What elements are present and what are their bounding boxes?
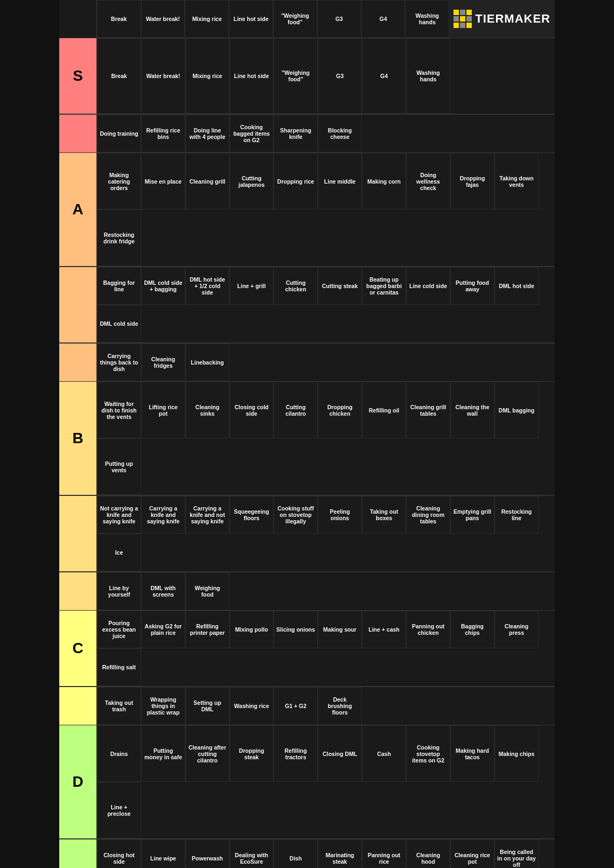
item: Being called in on your day off (494, 839, 539, 868)
tier-d-items2: Closing hot side Line wipe Powerwash Dea… (97, 839, 555, 868)
item: Cleaning press (494, 611, 539, 648)
tier-b: B Waiting for dish to finish the vents L… (59, 382, 555, 611)
tier-c-row2: Taking out trash Wrapping things in plas… (59, 687, 555, 725)
logo-grid-icon (453, 10, 472, 28)
tier-d-items1: Drains Putting money in safe Cleaning af… (97, 725, 555, 838)
item: Closing cold side (229, 382, 274, 438)
item: DML hot side (494, 267, 539, 305)
item: Carrying a knife and not saying knife (185, 496, 229, 534)
tier-b-label: B (59, 382, 97, 495)
item: Refilling rice bins (141, 115, 185, 152)
item: Carrying things back to dish (97, 344, 141, 381)
item: Cleaning sinks (185, 382, 229, 438)
tier-a: A Making catering orders Mise en place C… (59, 153, 555, 382)
header-water: Water break! (141, 0, 185, 38)
item: Marinating steak (318, 839, 362, 868)
tier-b-items2: Not carrying a knife and saying knife Ca… (97, 496, 555, 571)
item: Cutting steak (318, 267, 362, 305)
item: Cleaning after cutting cilantro (185, 725, 229, 782)
tier-b-row2: Not carrying a knife and saying knife Ca… (59, 495, 555, 572)
item: DML cold side (97, 305, 141, 342)
item: G4 (362, 38, 406, 114)
tier-a-items1: Making catering orders Mise en place Cle… (97, 153, 555, 266)
tier-s-label: S (59, 38, 97, 114)
item: G1 + G2 (274, 687, 318, 725)
tier-a-row3: Carrying things back to dish Cleaning fr… (59, 343, 555, 382)
item: Making chips (494, 725, 539, 782)
item: Carrying a knife and saying knife (141, 496, 185, 534)
header-g3: G3 (317, 0, 361, 38)
header-row: Break Water break! Mixing rice Line hot … (59, 0, 555, 38)
item: Ice (97, 534, 141, 571)
item: Weighing food (185, 572, 229, 610)
item: Dropping steak (229, 725, 274, 782)
item: Line wipe (141, 839, 185, 868)
tier-list-container: Break Water break! Mixing rice Line hot … (59, 0, 555, 868)
tier-a-items2: Bagging for line DML cold side + bagging… (97, 267, 555, 342)
item: DML with screens (141, 572, 185, 610)
header-mixing-rice: Mixing rice (185, 0, 229, 38)
tier-s: S Break Water break! Mixing rice Line ho… (59, 38, 555, 153)
item: Break (97, 38, 141, 114)
item: Taking down vents (494, 153, 539, 209)
item: Cutting chicken (274, 267, 318, 305)
item: Mise en place (141, 153, 185, 209)
header-weighing: "Weighing food" (273, 0, 317, 38)
item: Cutting jalapenos (229, 153, 274, 209)
tier-a-items3: Carrying things back to dish Cleaning fr… (97, 344, 555, 381)
item: Beating up bagged barbi or carnitas (362, 267, 406, 305)
item: DML cold side + bagging (141, 267, 185, 305)
item: Water break! (141, 38, 185, 114)
item: Refilling printer paper (185, 611, 229, 648)
item: Cleaning fridges (141, 344, 185, 381)
item: Not carrying a knife and saying knife (97, 496, 141, 534)
item: Cutting cilantro (274, 382, 318, 438)
item: Pouring excess bean juice (97, 611, 141, 648)
tier-b-row3: Line by yourself DML with screens Weighi… (59, 572, 555, 611)
tier-a-label: A (59, 153, 97, 266)
item: Line by yourself (97, 572, 141, 610)
item: Mixing rice (185, 38, 229, 114)
tier-c: C Pouring excess bean juice Asking G2 fo… (59, 611, 555, 725)
item: Panning out rice (362, 839, 406, 868)
item: Drains (97, 725, 141, 782)
item: DML hot side + 1/2 cold side (185, 267, 229, 305)
item: Cleaning grill tables (406, 382, 450, 438)
item: Washing rice (229, 687, 274, 725)
item: Deck brushing floors (318, 687, 362, 725)
item: Mixing pollo (229, 611, 274, 648)
item: Blocking cheese (318, 115, 362, 152)
item: Putting money in safe (141, 725, 185, 782)
item: Putting up vents (97, 438, 141, 495)
item: Taking out trash (97, 687, 141, 725)
tier-b-items3: Line by yourself DML with screens Weighi… (97, 572, 555, 610)
item: Closing DML (318, 725, 362, 782)
item: Setting up DML (185, 687, 229, 725)
tier-s-items1: Break Water break! Mixing rice Line hot … (97, 38, 555, 114)
item: Putting food away (450, 267, 494, 305)
item: Wrapping things in plastic wrap (141, 687, 185, 725)
item: Squeegeeing floors (229, 496, 274, 534)
tier-s-items2: Doing training Refilling rice bins Doing… (97, 115, 555, 152)
logo-text: TiERMAkER (475, 12, 550, 26)
item: Panning out chicken (406, 611, 450, 648)
item: Line cold side (406, 267, 450, 305)
item: Powerwash (185, 839, 229, 868)
item: Washing hands (406, 38, 450, 114)
item: Restocking line (494, 496, 539, 534)
tier-d-label: D (59, 725, 97, 838)
item: Peeling onions (318, 496, 362, 534)
item: Doing line with 4 people (185, 115, 229, 152)
tier-c-items1: Pouring excess bean juice Asking G2 for … (97, 611, 555, 686)
item: Cleaning rice pot (450, 839, 494, 868)
item: Line + cash (362, 611, 406, 648)
item: Asking G2 for plain rice (141, 611, 185, 648)
item: Refilling salt (97, 648, 141, 686)
tier-c-items2: Taking out trash Wrapping things in plas… (97, 687, 555, 725)
item: Emptying grill pans (450, 496, 494, 534)
header-break: Break (97, 0, 141, 38)
header-label-empty (59, 0, 97, 38)
item: Cooking bagged items on G2 (229, 115, 274, 152)
tier-b-row1: B Waiting for dish to finish the vents L… (59, 382, 555, 495)
item: Making sour (318, 611, 362, 648)
